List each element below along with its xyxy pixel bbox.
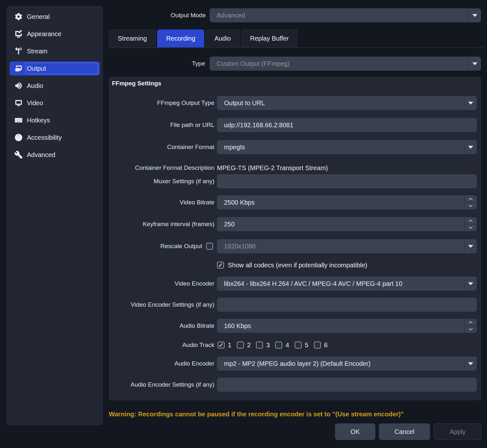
output-icon xyxy=(14,64,23,73)
audio-track-5-checkbox[interactable] xyxy=(295,342,302,349)
audio-track-1-label: 1 xyxy=(228,342,231,349)
cancel-button[interactable]: Cancel xyxy=(379,423,430,440)
apply-button[interactable]: Apply xyxy=(434,423,481,440)
muxer-settings-label: Muxer Settings (if any) xyxy=(109,174,214,188)
tab-replay-buffer[interactable]: Replay Buffer xyxy=(241,29,298,47)
sidebar-item-accessibility[interactable]: Accessibility xyxy=(10,130,100,145)
output-mode-label: Output Mode xyxy=(110,8,206,22)
chevron-down-icon xyxy=(464,140,477,154)
ffmpeg-output-type-label: FFmpeg Output Type xyxy=(109,96,214,110)
chevron-down-icon xyxy=(464,357,477,371)
audio-track-label: Audio Track xyxy=(109,341,214,349)
show-all-codecs-checkbox[interactable] xyxy=(217,262,224,269)
ffmpeg-output-type-value: Output to URL xyxy=(217,99,265,107)
video-encoder-label: Video Encoder xyxy=(109,277,214,291)
container-format-desc-label: Container Format Description xyxy=(109,161,214,175)
output-mode-value: Advanced xyxy=(210,12,245,19)
show-all-codecs-label: Show all codecs (even if potentially inc… xyxy=(228,262,367,269)
chevron-down-icon xyxy=(468,57,481,71)
spin-down-icon[interactable] xyxy=(465,203,477,210)
audio-track-3-label: 3 xyxy=(266,342,270,349)
tab-audio[interactable]: Audio xyxy=(205,29,240,47)
keyframe-interval-label: Keyframe interval (frames) xyxy=(109,217,214,231)
rescale-output-select[interactable]: 1920x1080 xyxy=(217,239,477,253)
sidebar-item-label: Hotkeys xyxy=(27,117,50,124)
file-path-input[interactable] xyxy=(217,122,477,129)
sidebar-item-label: Video xyxy=(27,99,43,107)
sidebar-item-advanced[interactable]: Advanced xyxy=(10,148,100,162)
spin-up-icon[interactable] xyxy=(465,319,477,326)
muxer-settings-field-wrap xyxy=(217,174,477,188)
output-mode-select[interactable]: Advanced xyxy=(210,8,481,22)
keyframe-interval-value: 250 xyxy=(217,221,235,228)
video-encoder-select[interactable]: libx264 - libx264 H.264 / AVC / MPEG-4 A… xyxy=(217,277,477,291)
group-title: FFmpeg Settings xyxy=(112,80,161,87)
audio-track-5-label: 5 xyxy=(305,342,308,349)
container-format-value: mpegts xyxy=(217,144,245,151)
video-encoder-settings-input[interactable] xyxy=(217,301,477,309)
video-encoder-settings-label: Video Encoder Settings (if any) xyxy=(109,298,214,312)
appearance-icon xyxy=(14,29,23,38)
output-tabs: Streaming Recording Audio Replay Buffer xyxy=(109,29,298,47)
type-select[interactable]: Custom Output (FFmpeg) xyxy=(210,57,481,71)
spin-down-icon[interactable] xyxy=(465,224,477,232)
chevron-down-icon xyxy=(468,8,481,22)
sidebar-item-stream[interactable]: Stream xyxy=(10,44,100,58)
container-format-label: Container Format xyxy=(109,140,214,154)
audio-track-4-checkbox[interactable] xyxy=(275,342,282,349)
keyboard-icon xyxy=(14,116,23,125)
spin-down-icon[interactable] xyxy=(465,326,477,333)
audio-bitrate-label: Audio Bitrate xyxy=(109,319,214,333)
sidebar-item-appearance[interactable]: Appearance xyxy=(10,27,100,41)
chevron-down-icon xyxy=(464,239,477,253)
monitor-icon xyxy=(14,98,23,107)
ffmpeg-settings-group: FFmpeg Settings FFmpeg Output Type Outpu… xyxy=(109,77,481,400)
audio-encoder-label: Audio Encoder xyxy=(109,357,214,371)
sidebar-item-label: Appearance xyxy=(27,30,61,38)
accessibility-icon xyxy=(14,133,23,142)
audio-encoder-select[interactable]: mp2 - MP2 (MPEG audio layer 2) (Default … xyxy=(217,357,477,371)
ok-button[interactable]: OK xyxy=(335,423,375,440)
rescale-output-value: 1920x1080 xyxy=(217,243,256,250)
settings-sidebar: General Appearance Stream Output xyxy=(6,6,103,425)
muxer-settings-input[interactable] xyxy=(217,178,477,185)
settings-dialog: General Appearance Stream Output xyxy=(0,0,487,448)
speaker-icon xyxy=(14,81,23,90)
sidebar-item-label: Output xyxy=(27,65,46,72)
video-bitrate-value: 2500 Kbps xyxy=(217,199,255,206)
audio-track-3-checkbox[interactable] xyxy=(256,342,263,349)
audio-track-6-label: 6 xyxy=(324,342,328,349)
video-bitrate-label: Video Bitrate xyxy=(109,195,214,209)
audio-track-6-checkbox[interactable] xyxy=(314,342,321,349)
sidebar-item-label: General xyxy=(27,13,50,20)
sidebar-item-label: Advanced xyxy=(27,151,55,159)
chevron-down-icon xyxy=(464,277,477,291)
video-bitrate-spinner[interactable]: 2500 Kbps xyxy=(217,195,477,209)
container-format-select[interactable]: mpegts xyxy=(217,140,477,154)
audio-track-2-checkbox[interactable] xyxy=(237,342,244,349)
chevron-down-icon xyxy=(464,96,477,110)
audio-bitrate-value: 160 Kbps xyxy=(217,322,251,330)
tools-icon xyxy=(14,150,23,159)
sidebar-item-audio[interactable]: Audio xyxy=(10,79,100,93)
keyframe-interval-spinner[interactable]: 250 xyxy=(217,217,477,231)
sidebar-item-hotkeys[interactable]: Hotkeys xyxy=(10,113,100,127)
tab-recording[interactable]: Recording xyxy=(157,29,204,47)
audio-bitrate-spinner[interactable]: 160 Kbps xyxy=(217,319,477,333)
file-path-field-wrap xyxy=(217,118,477,132)
recording-warning-text: Warning: Recordings cannot be paused if … xyxy=(109,411,404,418)
sidebar-item-output[interactable]: Output xyxy=(10,61,100,75)
video-encoder-value: libx264 - libx264 H.264 / AVC / MPEG-4 A… xyxy=(217,280,402,287)
sidebar-item-video[interactable]: Video xyxy=(10,96,100,110)
audio-track-1-checkbox[interactable] xyxy=(218,342,225,349)
spin-up-icon[interactable] xyxy=(465,217,477,224)
rescale-output-checkbox[interactable] xyxy=(206,243,213,250)
audio-encoder-settings-input[interactable] xyxy=(217,381,477,389)
spin-up-icon[interactable] xyxy=(465,195,477,203)
sidebar-item-general[interactable]: General xyxy=(10,10,100,24)
video-encoder-settings-field-wrap xyxy=(217,298,477,312)
type-label: Type xyxy=(110,57,205,71)
tab-streaming[interactable]: Streaming xyxy=(109,29,156,47)
ffmpeg-output-type-select[interactable]: Output to URL xyxy=(217,96,477,110)
audio-track-2-label: 2 xyxy=(247,342,251,349)
